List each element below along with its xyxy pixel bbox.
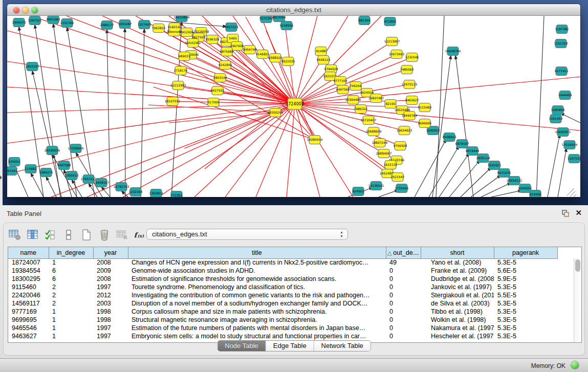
graph-node[interactable]: 8471676 [497, 169, 511, 178]
graph-node[interactable]: 1733426 [395, 184, 409, 193]
graph-node[interactable]: 2588520 [269, 54, 282, 62]
graph-node[interactable]: 772352 [171, 191, 183, 198]
select-columns-icon[interactable] [26, 228, 40, 242]
table-row[interactable]: 946554611997Estimation of the future num… [8, 324, 557, 332]
table-row[interactable]: 1456911722003Disruption of a novel membe… [8, 299, 557, 308]
graph-node[interactable]: 2089177 [100, 21, 114, 30]
graph-node[interactable]: 10973493 [389, 50, 405, 59]
graph-node[interactable]: 9242845 [219, 61, 232, 70]
graph-node[interactable]: 1444409 [558, 91, 572, 100]
table-selector-dropdown[interactable]: citations_edges.txt ▲▼ [146, 229, 348, 240]
graph-node[interactable]: 924502 [353, 187, 364, 196]
graph-node[interactable]: 2718176 [174, 67, 188, 75]
new-file-icon[interactable] [79, 228, 94, 242]
table-scrollbar-thumb[interactable] [575, 259, 580, 272]
graph-node[interactable]: 1055287 [118, 20, 132, 29]
column-header-name[interactable]: name [8, 247, 49, 258]
close-panel-icon[interactable]: ✕ [575, 208, 582, 217]
column-header-short[interactable]: short [421, 247, 494, 258]
graph-node[interactable]: 19654923 [397, 126, 412, 135]
graph-node[interactable]: 1297521 [28, 16, 42, 25]
graph-node[interactable]: 1232546 [405, 53, 419, 62]
gutter-collapse-icon[interactable] [0, 176, 2, 180]
table-row[interactable]: 977716911998Corpus callosum shape and si… [8, 308, 557, 316]
trash-icon[interactable] [97, 228, 112, 242]
graph-node[interactable]: 1232344 [129, 188, 143, 196]
graph-node[interactable]: 15720407 [361, 116, 377, 125]
column-header-title[interactable]: title [128, 247, 386, 258]
tab-network-table[interactable]: Network Table [314, 341, 371, 351]
table-row[interactable]: 2242004622012Investigating the contribut… [8, 291, 557, 299]
table-row[interactable]: 1872400712008Changes of HCN gene express… [8, 258, 557, 267]
graph-node[interactable]: 1363813 [149, 189, 163, 198]
graph-node[interactable]: 9558123 [317, 56, 331, 64]
graph-node[interactable]: 14136141 [368, 182, 384, 190]
graph-node[interactable]: 2803144 [213, 74, 227, 82]
graph-node[interactable]: 1595858 [551, 106, 565, 115]
graph-node[interactable]: 16782753 [114, 183, 129, 191]
graph-node[interactable]: 8522035 [281, 57, 295, 66]
graph-node[interactable]: 18807249 [372, 139, 388, 147]
graph-node[interactable]: 17359924 [68, 144, 84, 153]
graph-node[interactable]: 18107552 [165, 97, 181, 106]
graph-node[interactable]: 1615132 [384, 161, 398, 169]
graph-node[interactable]: 8427552 [211, 86, 225, 95]
graph-node[interactable]: 5572302 [259, 16, 273, 23]
graph-node[interactable]: 7632621 [488, 161, 502, 170]
graph-node[interactable]: 19384554 [307, 136, 323, 144]
graph-node[interactable]: 20364486 [345, 96, 361, 104]
graph-node[interactable]: 9218506 [280, 21, 294, 30]
graph-node[interactable]: 924506 [530, 190, 541, 198]
graph-node[interactable]: 9875685 [220, 48, 234, 56]
graph-node[interactable]: 20206556 [45, 146, 60, 155]
canvas-resize-grip-icon[interactable] [567, 188, 576, 197]
graph-node[interactable]: 1161453 [549, 115, 563, 123]
graph-node[interactable]: 935051 [9, 158, 20, 166]
graph-node[interactable]: 10654112 [507, 177, 522, 185]
table-scrollbar[interactable] [574, 258, 581, 342]
graph-node[interactable]: 1167533 [568, 155, 580, 163]
graph-node[interactable]: 8813054 [272, 16, 286, 22]
graph-node[interactable]: 9115460 [418, 103, 432, 112]
graph-node[interactable]: 12213967 [384, 37, 400, 46]
graph-node[interactable]: 8601063 [47, 16, 60, 24]
graph-node[interactable]: 1527602 [138, 20, 151, 29]
graph-node[interactable]: 7485063 [400, 65, 414, 74]
graph-node[interactable]: 16543382 [185, 39, 201, 48]
float-panel-icon[interactable] [561, 209, 570, 217]
graph-node[interactable]: 9474444 [466, 147, 480, 156]
graph-node[interactable]: 8938923 [443, 133, 456, 142]
tab-node-table[interactable]: Node Table [217, 341, 266, 351]
graph-node[interactable]: 1151318 [554, 39, 568, 48]
network-canvas[interactable]: 1949570129752186010631152766208917710552… [7, 16, 580, 197]
graph-node[interactable]: 8196328 [206, 35, 220, 44]
table-row[interactable]: 969969511998Structural magnetic resonanc… [8, 316, 557, 324]
graph-node[interactable]: 9756928 [394, 142, 407, 150]
graph-node[interactable]: 6879197 [455, 140, 469, 148]
graph-node[interactable]: 881305 [359, 16, 371, 25]
column-header-in_degree[interactable]: in_degree [49, 247, 93, 258]
graph-node[interactable]: 1152766 [60, 19, 74, 28]
graph-node[interactable]: 16033809 [174, 16, 190, 22]
graph-node[interactable]: 989031 [179, 52, 190, 61]
graph-node[interactable]: 9397588 [57, 161, 71, 170]
graph-node[interactable]: 921850 [384, 17, 396, 26]
table-row[interactable]: 1830029562008Estimation of significance … [8, 275, 557, 283]
graph-node[interactable]: 1197382 [555, 25, 569, 34]
graph-node[interactable]: 9699695 [418, 119, 432, 128]
graph-node[interactable]: 2053107 [26, 62, 39, 71]
graph-node[interactable]: 16648784 [445, 47, 461, 56]
graph-node[interactable]: 82160 [385, 100, 396, 108]
graph-node[interactable]: 9277413 [555, 67, 569, 76]
column-header-out_de[interactable]: △out_de… [386, 247, 421, 258]
graph-node[interactable]: 17016504 [562, 141, 578, 149]
tab-edge-table[interactable]: Edge Table [266, 341, 314, 351]
table-row[interactable]: 946362711997Embryonic stem cells: a mode… [8, 332, 557, 340]
splitter-handle-icon[interactable] [292, 202, 295, 204]
graph-node[interactable]: 1724007 [286, 98, 304, 110]
graph-node[interactable]: 1949570 [12, 18, 26, 27]
graph-node[interactable]: 10807487 [368, 94, 384, 103]
graph-node[interactable]: 12975115 [402, 80, 418, 89]
graph-node[interactable]: 91488 [315, 47, 326, 56]
graph-node[interactable]: 9160142 [168, 23, 182, 32]
